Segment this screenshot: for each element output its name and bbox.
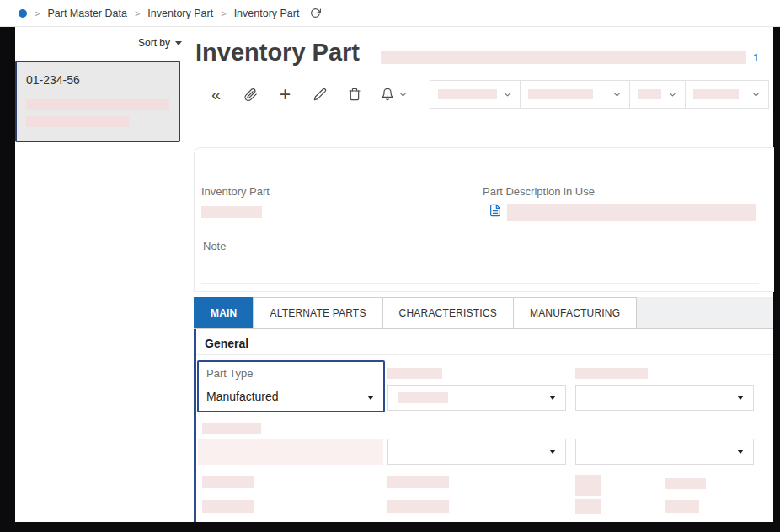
record-id: 01-234-56 [26,73,169,87]
pencil-icon [313,88,327,101]
breadcrumb-inventory-part[interactable]: Inventory Part [147,8,213,19]
breadcrumb-separator: > [35,8,40,19]
chevron-down-icon [549,450,556,454]
field-value-placeholder [202,500,254,513]
dropdown-value-placeholder [528,89,593,99]
chevron-down-icon [549,396,556,400]
chevron-down-icon [398,90,408,99]
bell-icon [381,88,394,101]
refresh-icon[interactable] [310,8,321,19]
dropdown-value-placeholder [398,392,448,403]
tab-strip: MAIN ALTERNATE PARTS CHARACTERISTICS MAN… [194,297,773,329]
note-input[interactable] [201,255,759,284]
collapse-list-button[interactable]: « [199,79,233,109]
dropdown-value-placeholder [693,89,739,99]
field-label-placeholder [575,368,648,379]
readonly-field-placeholder [198,439,383,465]
chevron-down-icon [668,90,677,99]
field-value-placeholder [575,475,601,496]
tab-main[interactable]: MAIN [194,297,254,328]
general-section-heading: General [205,337,248,350]
chevron-down-icon [612,90,622,99]
paperclip-icon [243,88,258,102]
chevron-down-icon [751,90,761,99]
record-detail-placeholder [26,116,129,127]
part-type-label: Part Type [206,367,253,380]
bottom-bar [0,522,780,532]
right-rail [773,27,780,532]
chevron-down-icon [367,396,374,400]
record-list-item-selected[interactable]: 01-234-56 [15,61,180,142]
title-detail-placeholder [381,51,746,64]
plus-icon: + [280,85,291,104]
delete-button[interactable] [337,79,371,109]
left-rail [0,27,15,532]
form-dropdown-3[interactable] [387,439,566,465]
sort-by-label: Sort by [138,37,170,49]
form-dropdown-2[interactable] [575,385,754,411]
notifications-button[interactable] [371,79,417,109]
chevron-down-icon [737,450,744,454]
record-detail-placeholder [26,99,169,110]
home-dot-icon[interactable] [19,9,27,18]
trash-icon [348,88,361,101]
tab-manufacturing[interactable]: MANUFACTURING [513,297,637,328]
chevron-down-icon [503,90,512,99]
breadcrumb-part-master-data[interactable]: Part Master Data [47,8,126,19]
toolbar-dropdown-4[interactable] [685,80,769,109]
field-label-placeholder [387,368,442,379]
record-list-sidebar: Sort by 01-234-56 [15,27,194,522]
tab-alternate-parts[interactable]: ALTERNATE PARTS [253,297,382,328]
breadcrumb-inventory-part-current[interactable]: Inventory Part [234,8,300,19]
field-label-placeholder [387,476,449,488]
edit-button[interactable] [302,79,337,109]
toolbar-dropdown-2[interactable] [520,80,630,109]
part-type-select[interactable]: Part Type Manufactured [197,360,385,412]
part-description-field-label: Part Description in Use [483,185,595,198]
breadcrumb: > Part Master Data > Inventory Part > In… [0,0,780,27]
record-count: 1 [753,51,759,64]
chevron-down-icon [175,41,182,45]
form-dropdown-1[interactable] [387,385,566,411]
field-value-placeholder [387,500,449,513]
page-title: Inventory Part [195,39,360,66]
breadcrumb-separator: > [135,8,140,19]
form-dropdown-4[interactable] [575,439,754,465]
command-toolbar: « + [194,79,773,109]
add-button[interactable]: + [268,79,302,109]
field-label-placeholder [665,478,706,489]
toolbar-filter-group [430,80,769,109]
sort-by-control[interactable]: Sort by [138,37,182,49]
field-value-placeholder [665,500,699,513]
section-divider [196,354,773,355]
main-content: Inventory Part 1 « + [194,27,773,522]
part-description-value-placeholder [507,204,756,221]
field-label-placeholder [202,423,261,434]
main-tab-panel: General Part Type Manufactured [194,329,773,522]
document-text-icon[interactable] [489,203,502,218]
field-value-placeholder [575,499,601,514]
toolbar-dropdown-3[interactable] [629,80,686,109]
toolbar-dropdown-1[interactable] [430,80,521,109]
tab-characteristics[interactable]: CHARACTERISTICS [382,297,514,328]
inventory-part-field-label: Inventory Part [201,185,270,198]
attachments-button[interactable] [233,79,268,109]
double-chevron-left-icon: « [211,86,221,103]
breadcrumb-separator: > [221,8,226,19]
chevron-down-icon [737,396,744,400]
dropdown-value-placeholder [438,89,497,99]
field-label-placeholder [202,476,254,488]
part-type-value: Manufactured [206,390,279,403]
part-header-card: Inventory Part Part Description in Use N… [194,147,774,292]
note-field-label: Note [203,240,226,253]
dropdown-value-placeholder [638,89,661,99]
inventory-part-value-placeholder [201,206,262,218]
